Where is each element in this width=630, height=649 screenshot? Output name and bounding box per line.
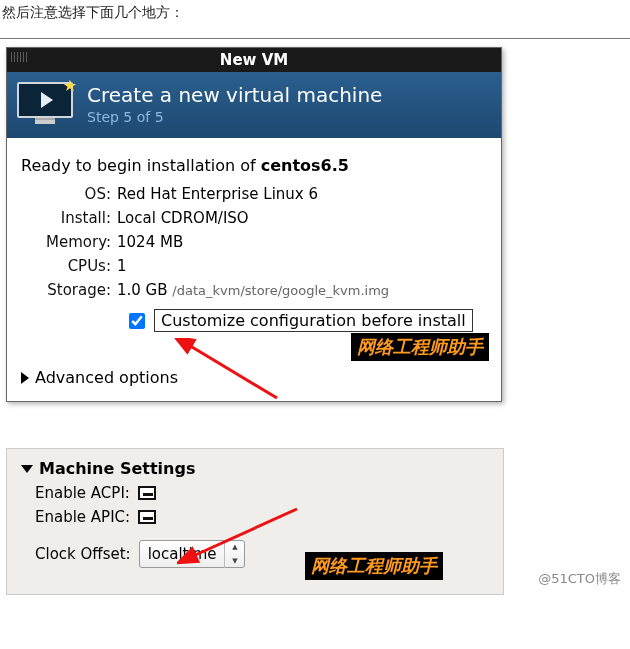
os-value: Red Hat Enterprise Linux 6: [117, 185, 487, 203]
summary-table: OS: Red Hat Enterprise Linux 6 Install: …: [27, 185, 487, 299]
storage-path: /data_kvm/store/google_kvm.img: [172, 283, 389, 298]
ready-line: Ready to begin installation of centos6.5: [21, 156, 487, 175]
spin-buttons-icon[interactable]: ▲▼: [224, 540, 244, 568]
memory-value: 1024 MB: [117, 233, 487, 251]
install-label: Install:: [27, 209, 117, 227]
banner-title: Create a new virtual machine: [87, 83, 382, 107]
clock-offset-label: Clock Offset:: [35, 545, 131, 563]
os-label: OS:: [27, 185, 117, 203]
memory-label: Memory:: [27, 233, 117, 251]
customize-label: Customize configuration before install: [154, 309, 473, 332]
acpi-label: Enable ACPI:: [35, 484, 130, 502]
watermark-badge: 网络工程师助手: [351, 333, 489, 361]
cpus-value: 1: [117, 257, 487, 275]
acpi-checkbox[interactable]: [138, 486, 156, 500]
vm-name: centos6.5: [261, 156, 349, 175]
window-grip-icon: [11, 52, 29, 62]
apic-checkbox[interactable]: [138, 510, 156, 524]
banner-step: Step 5 of 5: [87, 109, 382, 125]
chevron-down-icon: [21, 465, 33, 473]
window-title: New VM: [220, 51, 288, 69]
apic-row: Enable APIC:: [35, 508, 489, 526]
clock-offset-value: localtime: [148, 545, 217, 563]
storage-label: Storage:: [27, 281, 117, 299]
advanced-options-expander[interactable]: Advanced options: [21, 368, 487, 387]
section-title: Machine Settings: [39, 459, 195, 478]
machine-settings-expander[interactable]: Machine Settings: [21, 459, 489, 478]
apic-label: Enable APIC:: [35, 508, 130, 526]
wizard-banner: ★ Create a new virtual machine Step 5 of…: [7, 72, 501, 138]
cpus-label: CPUs:: [27, 257, 117, 275]
advanced-label: Advanced options: [35, 368, 178, 387]
customize-row: Customize configuration before install: [125, 309, 487, 332]
new-vm-dialog: New VM ★ Create a new virtual machine St…: [6, 47, 502, 402]
storage-value: 1.0 GB /data_kvm/store/google_kvm.img: [117, 281, 487, 299]
ready-prefix: Ready to begin installation of: [21, 156, 261, 175]
chevron-right-icon: [21, 372, 29, 384]
watermark-badge: 网络工程师助手: [305, 552, 443, 580]
install-value: Local CDROM/ISO: [117, 209, 487, 227]
blog-credit: @51CTO博客: [538, 570, 621, 588]
divider: [0, 38, 630, 39]
customize-checkbox[interactable]: [129, 313, 145, 329]
storage-size: 1.0 GB: [117, 281, 168, 299]
vm-monitor-icon: ★: [17, 82, 73, 126]
acpi-row: Enable ACPI:: [35, 484, 489, 502]
clock-offset-select[interactable]: localtime ▲▼: [139, 540, 246, 568]
machine-settings-panel: Machine Settings Enable ACPI: Enable API…: [6, 448, 504, 595]
intro-text: 然后注意选择下面几个地方：: [0, 0, 630, 24]
titlebar[interactable]: New VM: [7, 48, 501, 72]
